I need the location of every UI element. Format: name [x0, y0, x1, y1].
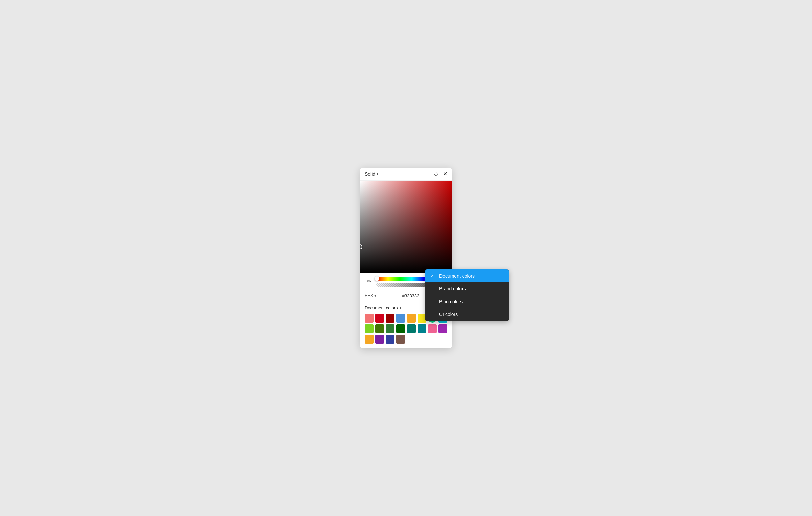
color-swatch[interactable] [386, 314, 394, 323]
color-category-dropdown: ✓ Document colors Brand colors Blog colo… [425, 269, 509, 321]
color-swatch[interactable] [386, 335, 394, 344]
eyedropper-button[interactable]: ✏ [365, 278, 373, 286]
hue-slider-thumb[interactable] [375, 276, 379, 281]
color-swatch[interactable] [375, 335, 384, 344]
dropdown-item-brand-colors[interactable]: Brand colors [425, 282, 509, 295]
color-swatch[interactable] [396, 314, 405, 323]
color-swatch[interactable] [438, 324, 447, 333]
color-swatch[interactable] [386, 324, 394, 333]
fill-type-label: Solid [365, 171, 375, 177]
hex-chevron-icon: ▾ [374, 293, 376, 298]
eyedropper-icon: ✏ [367, 278, 371, 285]
hex-format-selector[interactable]: HEX ▾ [365, 293, 380, 298]
color-swatch[interactable] [428, 324, 437, 333]
fill-type-dropdown[interactable]: Solid ▾ [365, 171, 378, 177]
color-swatch[interactable] [375, 314, 384, 323]
color-gradient-canvas[interactable] [360, 181, 452, 273]
hex-label-text: HEX [365, 293, 373, 298]
dropdown-item-label: Document colors [439, 273, 475, 279]
dropdown-item-ui-colors[interactable]: UI colors [425, 308, 509, 321]
dropdown-item-label: Blog colors [439, 299, 463, 304]
close-icon[interactable]: ✕ [443, 171, 447, 177]
dropdown-item-label: UI colors [439, 312, 458, 317]
dropdown-item-blog-colors[interactable]: Blog colors [425, 295, 509, 308]
color-swatch[interactable] [365, 314, 374, 323]
color-swatch[interactable] [407, 324, 416, 333]
color-swatch[interactable] [365, 335, 374, 344]
color-picker-panel: Solid ▾ ◇ ✕ ✏ [360, 168, 452, 348]
gradient-background [360, 181, 452, 273]
color-swatch[interactable] [396, 324, 405, 333]
dropdown-item-label: Brand colors [439, 286, 466, 291]
color-picker-container: Solid ▾ ◇ ✕ ✏ [360, 168, 452, 348]
doc-colors-chevron-icon: ▾ [400, 306, 401, 310]
opacity-icon[interactable]: ◇ [434, 171, 438, 177]
dropdown-item-document-colors[interactable]: ✓ Document colors [425, 269, 509, 282]
color-swatch[interactable] [396, 335, 405, 344]
color-swatch[interactable] [365, 324, 374, 333]
color-swatch[interactable] [375, 324, 384, 333]
color-swatch[interactable] [407, 314, 416, 323]
header-icons: ◇ ✕ [434, 171, 447, 177]
picker-header: Solid ▾ ◇ ✕ [360, 168, 452, 181]
check-icon: ✓ [430, 273, 436, 279]
doc-colors-label: Document colors [365, 305, 398, 310]
color-swatch[interactable] [418, 324, 426, 333]
fill-type-chevron-icon: ▾ [377, 172, 378, 176]
